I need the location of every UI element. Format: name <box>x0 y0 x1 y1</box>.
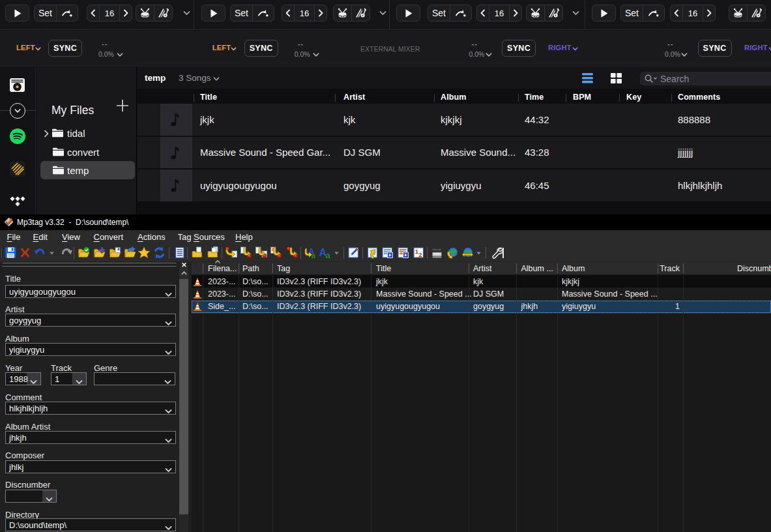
svg-text:2: 2 <box>419 252 422 258</box>
svg-text:1: 1 <box>415 248 418 255</box>
svg-text:a: a <box>312 252 316 259</box>
svg-text:a: a <box>326 250 331 259</box>
